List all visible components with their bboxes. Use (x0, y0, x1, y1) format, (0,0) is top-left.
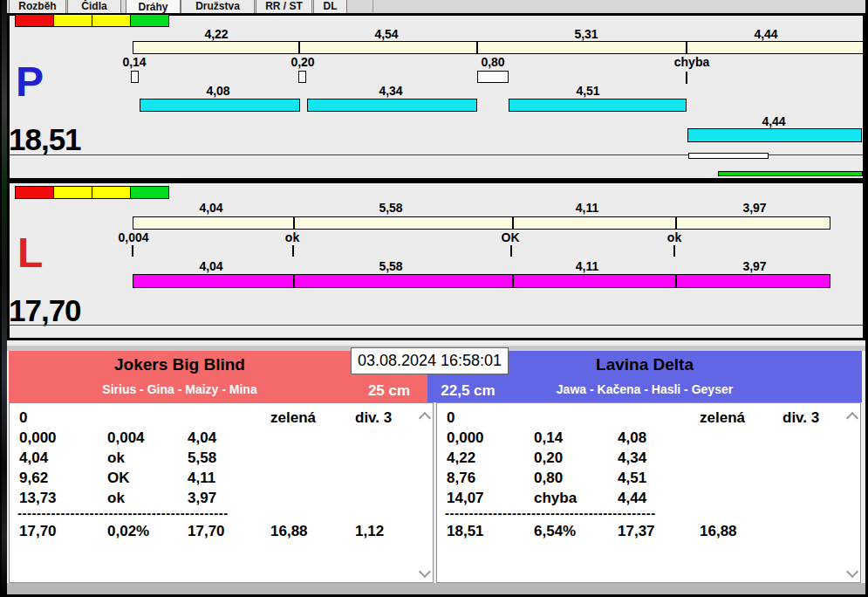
result-cell: 16,88 (270, 524, 308, 539)
changeover-label: 0,20 (290, 56, 314, 68)
run-bar (307, 99, 477, 112)
split-divider (293, 216, 295, 230)
green-progress-bar (718, 171, 863, 176)
result-cell: 4,34 (618, 450, 646, 465)
separator-row: ----------------------------------------… (17, 506, 229, 519)
team-right-dogs: Jawa - Kačena - Hasli - Geyser (427, 383, 862, 395)
run-time-label: 4,11 (576, 260, 598, 272)
yellow-light-box (53, 14, 92, 27)
result-cell: ok (107, 491, 125, 505)
run-bar (140, 99, 300, 112)
split-divider (476, 41, 478, 54)
result-cell: div. 3 (355, 410, 392, 425)
red-light-box (15, 14, 54, 27)
lane-p-split-bar (133, 41, 864, 54)
bottom-status-strip (7, 583, 865, 594)
result-cell: 0,000 (19, 430, 57, 445)
result-cell: 13,73 (19, 491, 57, 505)
run-time-label: 4,34 (379, 85, 402, 97)
lane-l-split-bar (133, 216, 830, 230)
lane-l-run-bar (133, 274, 830, 288)
changeover-label: chyba (674, 56, 709, 68)
result-cell: 0 (19, 410, 27, 425)
window-border (0, 0, 2, 597)
results-list-right[interactable] (436, 402, 861, 583)
split-divider (512, 216, 514, 230)
tab-cidla[interactable]: Čidla (67, 0, 121, 13)
split-time-label: 4,22 (204, 28, 228, 40)
result-cell: 0,14 (534, 430, 563, 445)
result-cell: 6,54% (534, 524, 576, 539)
run-time-label: 3,97 (742, 260, 766, 272)
run-time-label: 4,04 (199, 260, 222, 272)
result-cell: zelená (700, 410, 745, 425)
lane-l-baseline-rule (10, 325, 863, 326)
split-divider (298, 41, 300, 54)
lane-p-letter: P (16, 61, 44, 103)
team-left-jump-height: 25 cm (351, 383, 427, 398)
tab-druzstva[interactable]: Družstva (181, 0, 255, 13)
changeover-marker-box (477, 71, 509, 83)
separator-row: ----------------------------------------… (445, 506, 656, 519)
timestamp-box: 03.08.2024 16:58:01 (351, 347, 509, 374)
result-cell: 9,62 (19, 470, 48, 485)
lane-p-total: 18,51 (9, 124, 81, 154)
changeover-tick (132, 245, 133, 257)
result-cell: 0,004 (107, 430, 145, 445)
yellow-light-box (92, 14, 131, 27)
changeover-marker-box (298, 71, 306, 83)
tab-dl[interactable]: DL (313, 0, 347, 13)
yellow-light-box (53, 186, 92, 199)
result-cell: ok (107, 450, 125, 465)
changeover-label: ok (285, 231, 299, 244)
result-cell: 0 (447, 410, 455, 425)
changeover-label: OK (502, 231, 520, 244)
tab-label: DL (324, 0, 338, 12)
split-divider (293, 274, 295, 288)
changeover-tick (673, 245, 675, 257)
split-time-label: 4,54 (374, 28, 398, 40)
result-cell: 4,08 (618, 430, 646, 445)
result-cell: 16,88 (700, 524, 737, 539)
app-window: Rozběh Čidla Dráhy Družstva RR / ST DL 4… (0, 0, 868, 597)
tab-label: Dráhy (138, 1, 167, 13)
team-left-dogs: Sirius - Gina - Maizy - Mina (9, 383, 351, 395)
white-marker-bar (688, 153, 769, 159)
split-divider (675, 274, 677, 288)
tab-strip: Rozběh Čidla Dráhy Družstva RR / ST DL (7, 0, 865, 14)
changeover-tick (686, 72, 687, 84)
changeover-marker-box (131, 71, 139, 83)
tab-rozbeh[interactable]: Rozběh (9, 0, 66, 13)
tab-drahy[interactable]: Dráhy (126, 0, 181, 14)
split-time-label: 5,31 (574, 28, 598, 40)
split-time-label: 4,44 (754, 28, 777, 40)
split-divider (512, 274, 514, 288)
tab-label: RR / ST (265, 0, 303, 12)
result-cell: 4,22 (447, 450, 475, 465)
result-cell: 17,70 (19, 524, 57, 539)
result-cell: 0,20 (534, 450, 563, 465)
tab-rr-st[interactable]: RR / ST (256, 0, 312, 13)
run-bar (687, 128, 862, 142)
split-divider (686, 41, 687, 54)
split-time-label: 3,97 (742, 202, 766, 214)
result-cell: 18,51 (447, 524, 484, 539)
team-left-name: Jokers Big Blind (9, 356, 351, 373)
result-cell: 0,000 (447, 430, 484, 445)
run-time-label: 4,08 (206, 85, 229, 97)
changeover-label: 0,004 (118, 231, 148, 244)
changeover-label: ok (667, 231, 681, 244)
tab-label: Čidla (81, 0, 106, 12)
desktop-edge (2, 0, 7, 597)
run-time-label: 4,51 (576, 85, 599, 97)
results-list-left[interactable] (9, 402, 434, 583)
result-cell: 17,70 (188, 524, 225, 539)
green-light-box (130, 186, 169, 199)
split-time-label: 4,04 (199, 202, 222, 214)
result-cell: 4,04 (188, 430, 216, 445)
result-cell: chyba (534, 491, 577, 505)
red-light-box (15, 186, 54, 199)
run-time-label: 5,58 (379, 260, 402, 272)
tab-strip-edge (372, 0, 373, 13)
changeover-label: 0,80 (481, 56, 504, 68)
